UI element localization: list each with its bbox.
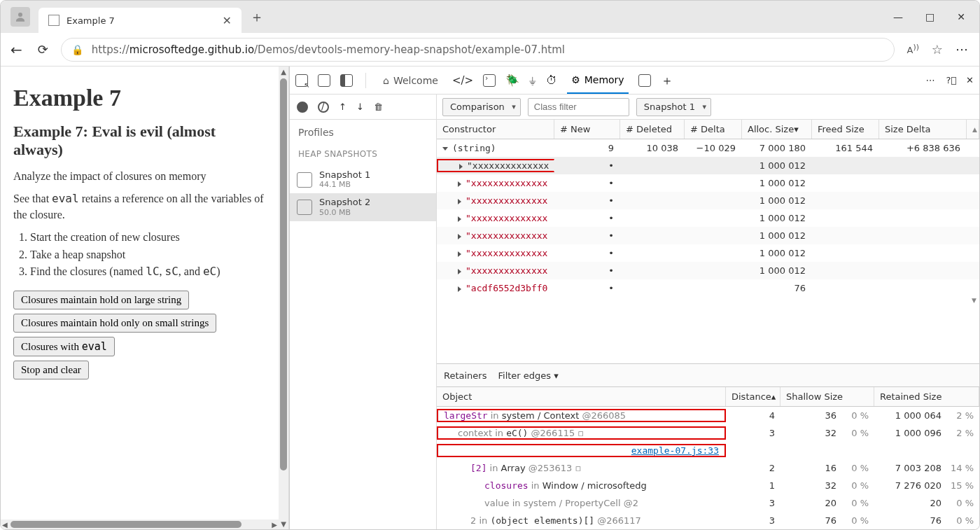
profiles-toolbar: / ↑ ↓ 🗑	[290, 95, 436, 120]
page-viewport: Example 7 Example 7: Eval is evil (almos…	[1, 67, 289, 529]
favorite-icon[interactable]: ☆	[932, 42, 943, 57]
memory-icon: ⚙	[571, 74, 580, 85]
new-tab-button[interactable]: ＋	[250, 8, 264, 27]
dock-icon[interactable]	[340, 74, 353, 87]
grid-body: (string)910 038−10 0297 000 180161 544+6…	[437, 139, 979, 363]
performance-icon[interactable]: ⏱	[546, 74, 557, 87]
memory-panel: Comparison Snapshot 1 Constructor # New …	[437, 95, 979, 529]
grid-row[interactable]: "xxxxxxxxxxxxxx•1 000 012	[437, 262, 979, 279]
grid-row[interactable]: "xxxxxxxxxxxxxx•1 000 012	[437, 244, 979, 262]
add-tab-icon[interactable]: ＋	[661, 72, 673, 89]
col-alloc[interactable]: Alloc. Size ▾	[742, 120, 812, 139]
base-snapshot-select[interactable]: Snapshot 1	[636, 98, 711, 116]
col-new[interactable]: # New	[554, 120, 620, 139]
retainer-row[interactable]: largeStr in system / Context @2660854360…	[437, 407, 979, 424]
devtools-panel: ↖ ⌂ Welcome </> › 🪲 ⏚ ⏱ ⚙ Memory ＋	[289, 67, 979, 529]
btn-stop-clear[interactable]: Stop and clear	[13, 361, 89, 379]
browser-tab[interactable]: Example 7 ✕	[38, 8, 241, 33]
close-window-icon[interactable]: ✕	[957, 11, 965, 22]
grid-row[interactable]: "acdf6552d3bff0•76	[437, 279, 979, 297]
save-down-icon[interactable]: ↓	[356, 102, 364, 112]
col-freed[interactable]: Freed Size	[812, 120, 879, 139]
tab-memory[interactable]: ⚙ Memory	[567, 67, 629, 94]
snapshot-item-2[interactable]: Snapshot 2 50.0 MB	[290, 193, 436, 221]
col-constructor[interactable]: Constructor	[437, 120, 554, 139]
snapshot-item-1[interactable]: Snapshot 1 44.1 MB	[290, 166, 436, 193]
scroll-gutter: ▲	[967, 120, 979, 139]
lock-icon: 🔒	[71, 44, 83, 55]
page-icon	[48, 15, 59, 26]
retainer-row[interactable]: context in eC() @266115 ▫3320 %1 000 096…	[437, 424, 979, 442]
browser-titlebar: Example 7 ✕ ＋ — □ ✕	[1, 1, 979, 33]
inspect-icon[interactable]: ↖	[295, 74, 308, 87]
close-tab-icon[interactable]: ✕	[223, 14, 232, 27]
memory-toolbar: Comparison Snapshot 1	[437, 95, 979, 120]
retainers-tab[interactable]: Retainers	[444, 370, 486, 381]
elements-icon[interactable]: </>	[452, 74, 473, 87]
page-hscrollbar[interactable]: ◀ ▶	[1, 519, 279, 529]
close-devtools-icon[interactable]: ✕	[966, 75, 974, 85]
home-icon: ⌂	[383, 75, 389, 86]
filter-edges-select[interactable]: Filter edges ▾	[498, 370, 558, 381]
grid-row[interactable]: "xxxxxxxxxxxxxx•1 000 012	[437, 227, 979, 244]
profiles-sidebar: / ↑ ↓ 🗑 Profiles HEAP SNAPSHOTS Snapshot…	[290, 95, 437, 529]
profile-avatar[interactable]	[10, 7, 30, 27]
minimize-icon[interactable]: —	[893, 11, 903, 22]
address-bar: ← ⟳ 🔒 https://microsoftedge.github.io/De…	[1, 33, 979, 67]
grid-row[interactable]: (string)910 038−10 0297 000 180161 544+6…	[437, 139, 979, 157]
grid-row[interactable]: "xxxxxxxxxxxxxx•1 000 012	[437, 174, 979, 192]
load-up-icon[interactable]: ↑	[339, 102, 346, 112]
profiles-heading: Profiles	[290, 120, 436, 145]
page-p1: Analyze the impact of closures on memory	[13, 169, 266, 184]
url-text: https://microsoftedge.github.io/Demos/de…	[92, 43, 565, 56]
btn-hold-large[interactable]: Closures maintain hold on large string	[13, 291, 189, 309]
source-link[interactable]: example-07.js:33	[631, 445, 719, 456]
svg-point-0	[18, 13, 22, 17]
col-deleted[interactable]: # Deleted	[620, 120, 685, 139]
refresh-button[interactable]: ⟳	[38, 42, 48, 57]
retainer-row[interactable]: 2 in (object elements)[] @2661173760 %76…	[437, 512, 979, 529]
col-distance[interactable]: Distance ▴	[726, 387, 780, 406]
col-size-delta[interactable]: Size Delta	[879, 120, 967, 139]
col-retained[interactable]: Retained Size	[874, 387, 979, 406]
col-shallow[interactable]: Shallow Size	[780, 387, 874, 406]
retainers-tabs: Retainers Filter edges ▾	[437, 363, 979, 387]
clear-icon[interactable]: /	[318, 102, 329, 113]
console-icon[interactable]: ›	[483, 74, 496, 87]
window-controls: — □ ✕	[893, 11, 974, 22]
page-p2: See that eval retains a reference on all…	[13, 191, 266, 223]
grid-row[interactable]: "xxxxxxxxxxxxxx•1 000 012	[437, 192, 979, 209]
page-content: Example 7 Example 7: Eval is evil (almos…	[1, 67, 279, 519]
sources-icon[interactable]: 🪲	[505, 74, 519, 87]
record-icon[interactable]	[297, 102, 308, 113]
btn-eval[interactable]: Closures with eval	[13, 337, 115, 356]
btn-hold-small[interactable]: Closures maintain hold only on small str…	[13, 314, 216, 333]
retainer-row[interactable]: [2] in Array @253613 ▫2160 %7 003 20814 …	[437, 459, 979, 477]
retainer-row[interactable]: example-07.js:33	[437, 442, 979, 459]
device-icon[interactable]	[318, 74, 330, 87]
retainer-row[interactable]: value in system / PropertyCell @23200 %2…	[437, 494, 979, 512]
tab-welcome[interactable]: ⌂ Welcome	[379, 67, 442, 94]
more-tools-icon[interactable]: ⋯	[925, 75, 936, 85]
back-button[interactable]: ←	[10, 41, 22, 58]
network-icon[interactable]: ⏚	[529, 74, 536, 87]
snapshot-icon	[297, 172, 312, 188]
col-delta[interactable]: # Delta	[685, 120, 742, 139]
help-icon[interactable]: ?⃝	[946, 75, 956, 85]
read-aloud-icon[interactable]: A))	[907, 43, 919, 55]
grid-row[interactable]: "xxxxxxxxxxxxxx•1 000 012	[437, 157, 979, 174]
gc-icon[interactable]: 🗑	[374, 102, 383, 112]
maximize-icon[interactable]: □	[925, 11, 934, 22]
more-icon[interactable]: ⋯	[955, 42, 969, 57]
col-object[interactable]: Object	[437, 387, 726, 406]
app-icon[interactable]	[638, 74, 651, 87]
retainers-header: Object Distance ▴ Shallow Size Retained …	[437, 387, 979, 407]
retainers-body: largeStr in system / Context @2660854360…	[437, 407, 979, 529]
tab-title: Example 7	[66, 15, 216, 26]
url-field[interactable]: 🔒 https://microsoftedge.github.io/Demos/…	[61, 38, 895, 62]
class-filter-input[interactable]	[528, 98, 629, 116]
page-vscrollbar[interactable]: ▲ ▼	[279, 67, 288, 529]
grid-row[interactable]: "xxxxxxxxxxxxxx•1 000 012	[437, 209, 979, 227]
view-mode-select[interactable]: Comparison	[442, 98, 521, 116]
retainer-row[interactable]: closures in Window / microsoftedg1320 %7…	[437, 477, 979, 494]
